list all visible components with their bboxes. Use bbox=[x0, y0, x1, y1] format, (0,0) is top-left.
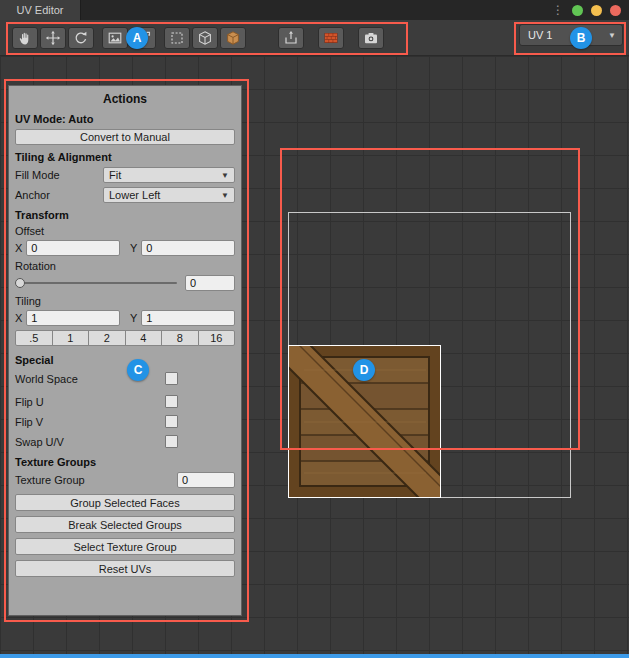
panel-title: Actions bbox=[15, 92, 235, 106]
offset-y-label: Y bbox=[130, 242, 137, 254]
section-header-special: Special bbox=[15, 354, 235, 366]
camera-icon bbox=[363, 30, 379, 46]
window-dot-green[interactable] bbox=[572, 5, 583, 16]
chevron-down-icon: ▼ bbox=[221, 191, 229, 200]
world-space-label: World Space bbox=[15, 373, 165, 385]
chevron-down-icon: ▼ bbox=[608, 31, 616, 40]
rotation-value-field[interactable] bbox=[185, 275, 235, 291]
uv-editor-tab[interactable]: UV Editor bbox=[0, 0, 81, 20]
actions-panel: Actions UV Mode: Auto Convert to Manual … bbox=[8, 85, 242, 616]
window-controls: ⋮ bbox=[552, 0, 629, 20]
window-dot-yellow[interactable] bbox=[591, 5, 602, 16]
render-uv-screenshot-button[interactable] bbox=[358, 27, 384, 49]
texture-group-label: Texture Group bbox=[15, 474, 177, 486]
fill-mode-dropdown[interactable]: Fit ▼ bbox=[103, 167, 235, 183]
rotation-label: Rotation bbox=[15, 260, 235, 272]
anchor-value: Lower Left bbox=[109, 189, 160, 201]
group-selected-faces-button[interactable]: Group Selected Faces bbox=[15, 494, 235, 511]
textured-cube-icon bbox=[225, 30, 241, 46]
flip-u-label: Flip U bbox=[15, 396, 165, 408]
swap-uv-label: Swap U/V bbox=[15, 436, 165, 448]
offset-x-label: X bbox=[15, 242, 22, 254]
texture-preview-button[interactable] bbox=[318, 27, 344, 49]
tiling-label: Tiling bbox=[15, 295, 235, 307]
uv-editor-window: UV Editor ⋮ bbox=[0, 0, 629, 658]
swap-uv-checkbox[interactable] bbox=[165, 435, 178, 448]
frame-selection-button[interactable] bbox=[164, 27, 190, 49]
export-box-arrow-icon bbox=[283, 30, 299, 46]
tiling-x-label: X bbox=[15, 312, 22, 324]
pan-tool-button[interactable] bbox=[12, 27, 38, 49]
move-arrows-icon bbox=[45, 30, 61, 46]
rotate-tool-button[interactable] bbox=[68, 27, 94, 49]
pan-hand-icon bbox=[17, 30, 33, 46]
rotation-slider[interactable] bbox=[15, 275, 179, 291]
offset-label: Offset bbox=[15, 225, 235, 237]
flip-u-checkbox[interactable] bbox=[165, 395, 178, 408]
bricks-texture-icon bbox=[323, 30, 339, 46]
textured-cube-tool-button[interactable] bbox=[220, 27, 246, 49]
tiling-x-field[interactable] bbox=[26, 310, 120, 326]
flip-v-label: Flip V bbox=[15, 416, 165, 428]
kebab-menu-icon[interactable]: ⋮ bbox=[552, 4, 564, 16]
cube-wireframe-icon bbox=[197, 30, 213, 46]
anchor-dropdown[interactable]: Lower Left ▼ bbox=[103, 187, 235, 203]
slider-track bbox=[17, 282, 177, 284]
tiling-preset-button[interactable]: 16 bbox=[198, 330, 236, 346]
texture-move-icon bbox=[107, 30, 123, 46]
offset-y-field[interactable] bbox=[141, 240, 235, 256]
rotate-arrow-icon bbox=[73, 30, 89, 46]
toolbar: UV 1 ▼ bbox=[0, 20, 629, 56]
export-uv-template-button[interactable] bbox=[278, 27, 304, 49]
uv-mode-label: UV Mode: Auto bbox=[15, 113, 235, 125]
window-dot-red[interactable] bbox=[610, 5, 621, 16]
reset-uvs-button[interactable]: Reset UVs bbox=[15, 560, 235, 577]
tiling-y-field[interactable] bbox=[141, 310, 235, 326]
break-selected-groups-button[interactable]: Break Selected Groups bbox=[15, 516, 235, 533]
tiling-preset-button[interactable]: .5 bbox=[15, 330, 53, 346]
slider-knob[interactable] bbox=[15, 278, 25, 288]
uv-channel-dropdown[interactable]: UV 1 ▼ bbox=[519, 24, 623, 46]
tiling-y-label: Y bbox=[130, 312, 137, 324]
texture-move-tool-button[interactable] bbox=[102, 27, 128, 49]
move-tool-button[interactable] bbox=[40, 27, 66, 49]
tiling-preset-button[interactable]: 2 bbox=[88, 330, 126, 346]
texture-group-field[interactable] bbox=[177, 472, 235, 488]
crate-texture-uv-face[interactable] bbox=[288, 345, 441, 498]
tiling-preset-button[interactable]: 8 bbox=[161, 330, 199, 346]
tiling-preset-button[interactable]: 4 bbox=[125, 330, 163, 346]
section-header-texture-groups: Texture Groups bbox=[15, 456, 235, 468]
anchor-label: Anchor bbox=[15, 189, 103, 201]
offset-x-field[interactable] bbox=[26, 240, 120, 256]
titlebar: UV Editor ⋮ bbox=[0, 0, 629, 20]
convert-to-manual-button[interactable]: Convert to Manual bbox=[15, 129, 235, 145]
chevron-down-icon: ▼ bbox=[221, 171, 229, 180]
bottom-edge-highlight bbox=[0, 654, 629, 658]
flip-v-checkbox[interactable] bbox=[165, 415, 178, 428]
cube-uv-tool-button[interactable] bbox=[192, 27, 218, 49]
tiling-preset-button[interactable]: 1 bbox=[52, 330, 90, 346]
fill-mode-label: Fill Mode bbox=[15, 169, 103, 181]
fill-mode-value: Fit bbox=[109, 169, 121, 181]
section-header-transform: Transform bbox=[15, 209, 235, 221]
select-texture-group-button[interactable]: Select Texture Group bbox=[15, 538, 235, 555]
dashed-frame-icon bbox=[169, 30, 185, 46]
texture-rotate-tool-button[interactable] bbox=[130, 27, 156, 49]
section-header-tiling-alignment: Tiling & Alignment bbox=[15, 151, 235, 163]
tab-label: UV Editor bbox=[16, 4, 63, 16]
texture-rotate-icon bbox=[135, 30, 151, 46]
world-space-checkbox[interactable] bbox=[165, 372, 178, 385]
uv-channel-value: UV 1 bbox=[528, 29, 552, 41]
